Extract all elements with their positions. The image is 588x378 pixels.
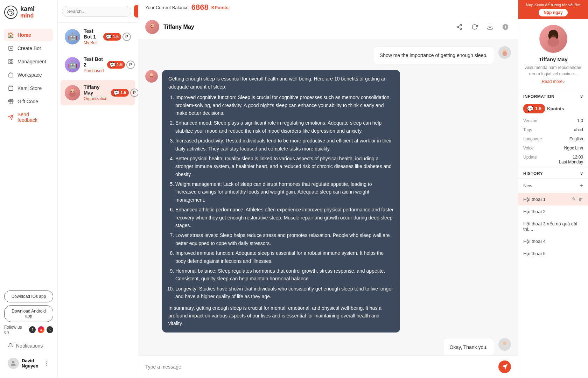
bot-profile: Tiffany May Assumenda nam repudiandae re…	[518, 19, 588, 90]
info-row-tags: Tags abcd	[518, 125, 588, 134]
chat-input-area	[138, 355, 518, 378]
right-panel: Nạp Kcoin để tương tác với Bot Nạp ngay …	[518, 0, 588, 378]
chevron-down-icon-history: ∨	[580, 171, 583, 176]
message-user-1: Show me the importance of getting enough…	[145, 46, 511, 64]
bot-message-avatar	[145, 70, 158, 83]
svg-point-18	[73, 91, 74, 92]
message-bubble-user-1: Show me the importance of getting enough…	[373, 46, 494, 64]
bot-item-testbot2[interactable]: 🤖 Test Bot 2 Purchased 💬 1.5 P	[61, 52, 135, 77]
nap-ngay-button[interactable]: Nạp ngay	[539, 9, 567, 16]
left-sidebar: kami mind 🏠 Home Create Bot Management W…	[0, 0, 58, 378]
download-android-button[interactable]: Download Android app	[4, 305, 53, 322]
svg-point-16	[70, 89, 75, 93]
history-item-1[interactable]: Hội thoại 1 ✎ 🗑	[518, 193, 588, 205]
facebook-icon[interactable]: f	[29, 326, 36, 333]
download-ios-button[interactable]: Download IOs app	[4, 290, 53, 302]
message-bot-1: Getting enough sleep is essential for ov…	[145, 70, 511, 332]
kpoints-badge: 💬 1.5	[523, 104, 545, 113]
kpoints-label: Kpoints	[547, 106, 564, 111]
history-section: HISTORY ∨ New + Hội thoại 1 ✎ 🗑 Hội thoạ…	[518, 167, 588, 260]
svg-point-36	[503, 341, 506, 345]
add-history-icon[interactable]: +	[579, 182, 583, 189]
management-icon	[8, 58, 14, 65]
user-message-avatar	[498, 46, 511, 59]
download-button[interactable]	[484, 21, 496, 33]
search-input[interactable]	[62, 6, 131, 17]
send-button[interactable]	[498, 360, 511, 373]
history-item-4[interactable]: Hội thoại 4	[518, 235, 588, 247]
user-menu-dots[interactable]: ⋮	[43, 359, 50, 367]
instagram-icon[interactable]: ●	[38, 326, 44, 333]
svg-text:i: i	[505, 24, 506, 29]
workspace-icon	[8, 72, 14, 78]
bot-name: Test Bot 1	[84, 28, 100, 40]
history-header[interactable]: HISTORY ∨	[518, 167, 588, 178]
chat-header-avatar	[145, 20, 159, 34]
edit-history-icon[interactable]: ✎	[572, 196, 576, 202]
read-more-link[interactable]: Read more ›	[524, 79, 582, 84]
svg-point-33	[502, 51, 507, 56]
info-row-update: Update 12:00 Last Monday	[518, 153, 588, 167]
delete-history-icon[interactable]: 🗑	[578, 196, 583, 202]
sidebar-item-send-feedback[interactable]: Send feedback	[4, 108, 53, 126]
bot-item-tiffany[interactable]: Tiffany May Organization 💬 1.5 P	[61, 80, 135, 105]
testbot1-avatar: 🤖	[65, 29, 80, 44]
chat-list-panel: 🤖 Test Bot 1 My Bot 💬 1.5 P 🤖 Test Bot 2…	[58, 0, 138, 378]
home-icon: 🏠	[8, 32, 14, 38]
svg-point-0	[8, 9, 14, 15]
svg-point-10	[12, 361, 15, 363]
sidebar-item-kami-store[interactable]: Kami Store	[4, 82, 53, 94]
new-history-row[interactable]: New +	[518, 178, 588, 193]
svg-point-47	[548, 33, 551, 39]
notifications-item[interactable]: Notifications	[4, 340, 53, 351]
search-bar	[58, 0, 138, 23]
svg-point-43	[551, 35, 552, 37]
user-bar[interactable]: David Nguyen ⋮	[4, 354, 53, 372]
sidebar-item-home[interactable]: 🏠 Home	[4, 29, 53, 41]
sidebar-item-management[interactable]: Management	[4, 55, 53, 68]
svg-line-28	[458, 26, 460, 27]
svg-point-22	[151, 25, 152, 26]
testbot2-avatar: 🤖	[65, 57, 80, 72]
sidebar-item-create-bot[interactable]: Create Bot	[4, 42, 53, 55]
chat-input[interactable]	[145, 364, 494, 370]
bot-sub: Organization	[84, 96, 107, 101]
bot-name: Tiffany May	[84, 84, 107, 96]
svg-point-24	[460, 24, 462, 26]
info-row-version: Version 1.0	[518, 116, 588, 125]
bot-item-testbot1[interactable]: 🤖 Test Bot 1 My Bot 💬 1.5 P	[61, 24, 135, 49]
svg-rect-2	[9, 59, 10, 61]
info-button[interactable]: i	[500, 21, 511, 33]
share-button[interactable]	[454, 21, 465, 33]
history-item-5[interactable]: Hội thoại 5	[518, 247, 588, 260]
balance-amount: 6868	[191, 3, 209, 12]
svg-point-17	[71, 91, 72, 92]
svg-rect-5	[11, 62, 13, 64]
svg-point-23	[153, 25, 153, 26]
svg-point-25	[457, 26, 458, 28]
logo: kami mind	[4, 6, 53, 19]
bell-icon	[8, 343, 13, 349]
svg-point-35	[150, 73, 153, 77]
balance-label: Your Current Balance	[145, 5, 189, 10]
information-header[interactable]: INFORMATION ∨	[518, 90, 588, 101]
svg-point-44	[554, 35, 555, 37]
sidebar-item-gift-code[interactable]: Gift Code	[4, 95, 53, 108]
twitter-icon[interactable]: 𝕏	[47, 326, 53, 333]
kpoint-badge: 💬 1.5	[103, 33, 121, 41]
bot-sub: Purchased	[84, 68, 104, 73]
refresh-button[interactable]	[469, 21, 480, 33]
history-item-2[interactable]: Hội thoại 2	[518, 205, 588, 218]
svg-point-21	[150, 23, 154, 27]
logo-icon	[4, 6, 18, 19]
follow-us-row: Follow us on f ● 𝕏	[4, 325, 53, 335]
user-avatar	[8, 358, 19, 369]
kpoints-row: 💬 1.5 Kpoints	[518, 101, 588, 116]
sidebar-item-workspace[interactable]: Workspace	[4, 69, 53, 81]
banner-text: Nạp Kcoin để tương tác với Bot	[526, 3, 580, 7]
kami-store-icon	[8, 85, 14, 91]
svg-line-27	[458, 27, 460, 28]
history-item-3[interactable]: Hội thoại 3 nếu nó quá dài thi....	[518, 218, 588, 235]
info-row-language: Language English	[518, 134, 588, 144]
main-chat: Your Current Balance 6868 KPoints Tiffan…	[138, 0, 518, 378]
